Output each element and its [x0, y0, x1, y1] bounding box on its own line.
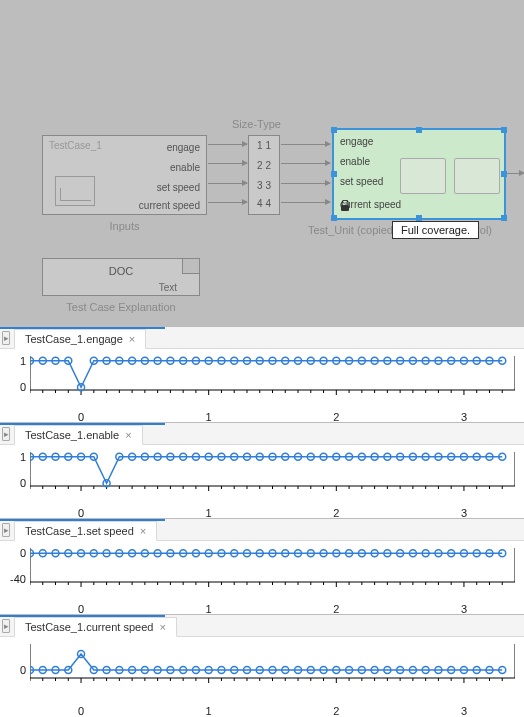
selection-handle[interactable] — [416, 127, 422, 133]
signal-arrow — [208, 183, 247, 184]
close-icon[interactable]: × — [140, 525, 146, 537]
inputs-title: TestCase_1 — [49, 140, 102, 151]
doc-subtext: Text — [159, 282, 177, 293]
plot-panel: ▸ TestCase_1.enable × 10 0123 — [0, 422, 524, 518]
sizetype-row: 2 2 — [249, 160, 279, 171]
expand-tabs-button[interactable]: ▸ — [2, 523, 10, 537]
x-tick-label: 1 — [206, 705, 212, 717]
sizetype-row: 4 4 — [249, 198, 279, 209]
y-tick-label: 1 — [0, 451, 26, 463]
port-current-speed: current speed — [139, 200, 200, 211]
plot-panel: ▸ TestCase_1.set speed × 0-40 0123 — [0, 518, 524, 614]
plot-tab[interactable]: TestCase_1.engage × — [14, 329, 146, 349]
port-set-speed: set speed — [157, 182, 200, 193]
lock-icon — [340, 200, 350, 214]
port-engage: engage — [167, 142, 200, 153]
tu-port-set-speed: set speed — [340, 176, 383, 187]
plot-tab-label: TestCase_1.set speed — [25, 525, 134, 537]
sizetype-row: 3 3 — [249, 180, 279, 191]
close-icon[interactable]: × — [129, 333, 135, 345]
expand-tabs-button[interactable]: ▸ — [2, 427, 10, 441]
expand-tabs-button[interactable]: ▸ — [2, 331, 10, 345]
signal-arrow — [208, 202, 247, 203]
signal-arrow — [507, 173, 524, 174]
plot-svg — [30, 448, 515, 496]
plot-area[interactable]: 10 0123 — [0, 349, 524, 423]
selection-handle[interactable] — [501, 127, 507, 133]
sizetype-label: Size-Type — [232, 118, 281, 130]
doc-block[interactable]: DOC Text Test Case Explanation — [42, 258, 200, 296]
plot-tab[interactable]: TestCase_1.set speed × — [14, 521, 157, 541]
signal-arrow — [281, 163, 330, 164]
sizetype-block[interactable]: 1 1 2 2 3 3 4 4 — [248, 135, 280, 215]
x-tick-label: 2 — [333, 705, 339, 717]
plot-tabbar: ▸ TestCase_1.engage × — [0, 327, 524, 349]
y-tick-label: 1 — [0, 355, 26, 367]
y-tick-label: 0 — [0, 547, 26, 559]
plot-tab-label: TestCase_1.engage — [25, 333, 123, 345]
plot-panel: ▸ TestCase_1.current speed × 0 0123 — [0, 614, 524, 716]
close-icon[interactable]: × — [159, 621, 165, 633]
signal-arrow — [281, 183, 330, 184]
tu-port-enable: enable — [340, 156, 370, 167]
plot-tabbar: ▸ TestCase_1.set speed × — [0, 519, 524, 541]
plot-area[interactable]: 0 0123 — [0, 637, 524, 717]
plot-tab[interactable]: TestCase_1.current speed × — [14, 617, 177, 637]
doc-label: Test Case Explanation — [43, 301, 199, 313]
plot-area[interactable]: 10 0123 — [0, 445, 524, 519]
plot-tabbar: ▸ TestCase_1.current speed × — [0, 615, 524, 637]
expand-tabs-button[interactable]: ▸ — [2, 619, 10, 633]
signal-icon — [55, 176, 95, 206]
inputs-label: Inputs — [43, 220, 206, 232]
coverage-tooltip: Full coverage. — [392, 221, 479, 239]
signal-arrow — [281, 202, 330, 203]
diagram-canvas[interactable]: TestCase_1 engage enable set speed curre… — [0, 0, 524, 326]
selection-handle[interactable] — [501, 171, 507, 177]
plot-tab-label: TestCase_1.current speed — [25, 621, 153, 633]
svg-rect-0 — [341, 205, 349, 211]
selection-handle[interactable] — [331, 215, 337, 221]
plot-area[interactable]: 0-40 0123 — [0, 541, 524, 615]
plot-svg — [30, 352, 515, 400]
selection-handle[interactable] — [501, 215, 507, 221]
doc-title: DOC — [43, 265, 199, 277]
subsystem-box — [454, 158, 500, 194]
plot-tabbar: ▸ TestCase_1.enable × — [0, 423, 524, 445]
y-tick-label: -40 — [0, 573, 26, 585]
y-tick-label: 0 — [0, 477, 26, 489]
sizetype-row: 1 1 — [249, 140, 279, 151]
signal-arrow — [281, 144, 330, 145]
plot-tab[interactable]: TestCase_1.enable × — [14, 425, 143, 445]
testunit-block[interactable]: engage enable set speed current speed th… — [332, 128, 506, 220]
inputs-block[interactable]: TestCase_1 engage enable set speed curre… — [42, 135, 207, 215]
close-icon[interactable]: × — [125, 429, 131, 441]
x-tick-label: 3 — [461, 705, 467, 717]
signal-arrow — [208, 144, 247, 145]
y-tick-label: 0 — [0, 664, 26, 676]
x-tick-label: 0 — [78, 705, 84, 717]
y-tick-label: 0 — [0, 381, 26, 393]
plot-panel: ▸ TestCase_1.engage × 10 0123 — [0, 326, 524, 422]
plot-svg — [30, 640, 515, 688]
subsystem-box — [400, 158, 446, 194]
port-enable: enable — [170, 162, 200, 173]
plot-svg — [30, 544, 515, 592]
signal-arrow — [208, 163, 247, 164]
selection-handle[interactable] — [331, 171, 337, 177]
tu-port-engage: engage — [340, 136, 373, 147]
plot-tab-label: TestCase_1.enable — [25, 429, 119, 441]
selection-handle[interactable] — [331, 127, 337, 133]
